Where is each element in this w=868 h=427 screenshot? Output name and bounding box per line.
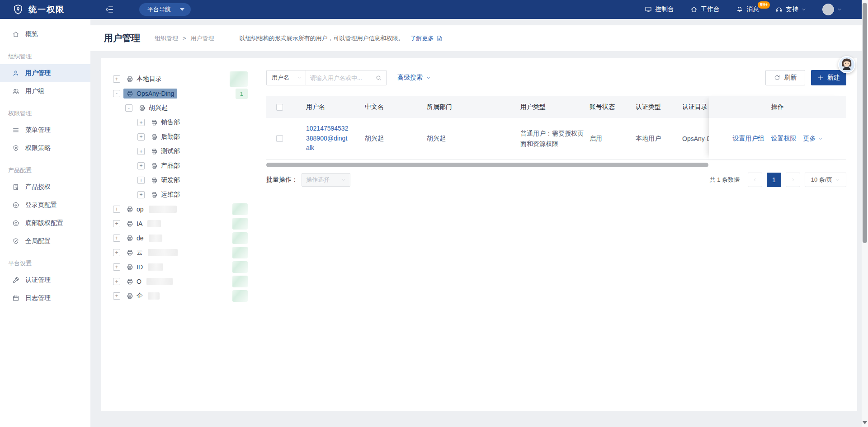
- tree-expander[interactable]: +: [113, 292, 120, 300]
- tree-node-blurred[interactable]: + de: [113, 231, 248, 245]
- nav-messages-label: 消息: [746, 5, 759, 14]
- breadcrumb-separator: >: [183, 35, 186, 42]
- tree-node-selected[interactable]: OpsAny-Ding: [123, 89, 177, 99]
- blurred-text: [149, 235, 162, 242]
- tree-expander[interactable]: +: [113, 278, 120, 285]
- sidebar-item-menu-management[interactable]: 菜单管理: [0, 121, 90, 139]
- sidebar-item-user-group[interactable]: 用户组: [0, 82, 90, 100]
- select-all-checkbox[interactable]: [276, 104, 283, 111]
- tree-node-huxingqi[interactable]: - 胡兴起: [113, 101, 248, 115]
- vertical-scrollbar[interactable]: [862, 0, 868, 427]
- tree-expander[interactable]: +: [137, 133, 145, 141]
- cell-department: 胡兴起: [427, 135, 520, 143]
- col-user-type: 用户类型: [520, 103, 590, 111]
- search-field-select[interactable]: 用户名: [266, 70, 306, 85]
- tree-node-label: 云: [137, 249, 143, 257]
- tree-node-local-dir[interactable]: + 本地目录: [113, 72, 248, 86]
- tree-expander[interactable]: +: [137, 191, 145, 198]
- sidebar-item-product-auth[interactable]: 产品授权: [0, 178, 90, 196]
- cell-cn-name: 胡兴起: [365, 135, 427, 143]
- set-user-group-link[interactable]: 设置用户组: [733, 135, 764, 143]
- sidebar-item-auth-management[interactable]: 认证管理: [0, 271, 90, 289]
- refresh-label: 刷新: [784, 74, 797, 82]
- menu-fold-icon: [105, 5, 114, 14]
- advanced-search-label: 高级搜索: [397, 74, 423, 82]
- create-button[interactable]: 新建: [811, 70, 846, 85]
- tree-expander[interactable]: +: [113, 249, 120, 256]
- learn-more-link[interactable]: 了解更多: [410, 34, 443, 42]
- sidebar-item-label: 概览: [25, 30, 38, 38]
- tree-node-sales[interactable]: + 销售部: [113, 115, 248, 130]
- batch-action-select[interactable]: 操作选择: [302, 173, 350, 187]
- tree-expander[interactable]: +: [113, 206, 120, 213]
- tree-expander[interactable]: +: [137, 148, 145, 155]
- tree-node-product[interactable]: + 产品部: [113, 159, 248, 173]
- org-icon: [151, 192, 158, 198]
- sidebar-item-permission-policy[interactable]: 权限策略: [0, 139, 90, 157]
- tree-node-ops[interactable]: + 运维部: [113, 188, 248, 202]
- nav-messages[interactable]: 消息 99+: [736, 5, 759, 14]
- tree-node-logistics[interactable]: + 后勤部: [113, 130, 248, 144]
- sidebar-item-label: 用户组: [25, 87, 44, 95]
- org-icon: [127, 264, 133, 271]
- sidebar-item-user-management[interactable]: 用户管理: [0, 64, 90, 82]
- tree-expander[interactable]: +: [137, 177, 145, 184]
- nav-console[interactable]: 控制台: [645, 5, 674, 14]
- nav-support[interactable]: 支持: [775, 5, 806, 14]
- org-icon: [139, 105, 146, 112]
- search-box: [306, 70, 387, 85]
- tree-expander[interactable]: +: [137, 119, 145, 126]
- prev-page-button[interactable]: [748, 173, 762, 187]
- tree-node-blurred[interactable]: + ID: [113, 260, 248, 274]
- tree-expander[interactable]: +: [113, 263, 120, 271]
- home-icon: [690, 6, 698, 13]
- sidebar-item-label: 登录页配置: [25, 201, 57, 209]
- scrollbar-thumb[interactable]: [863, 3, 867, 243]
- set-permission-link[interactable]: 设置权限: [771, 135, 797, 143]
- tree-node-blurred[interactable]: + IA: [113, 216, 248, 231]
- tree-node-blurred[interactable]: + 云: [113, 245, 248, 260]
- sidebar-item-overview[interactable]: 概览: [0, 25, 90, 43]
- org-icon: [151, 119, 158, 126]
- username-link[interactable]: 102147594532388900@dingtalk: [306, 124, 351, 153]
- sidebar-collapse-button[interactable]: [105, 5, 114, 14]
- user-menu[interactable]: [822, 4, 842, 15]
- tree-node-blurred[interactable]: + O: [113, 274, 248, 289]
- nav-workbench[interactable]: 工作台: [690, 5, 720, 14]
- tree-expander[interactable]: -: [125, 104, 132, 112]
- horizontal-scrollbar[interactable]: [266, 163, 708, 167]
- search-icon[interactable]: [375, 75, 382, 81]
- tree-expander[interactable]: +: [113, 220, 120, 227]
- tree-node-testing[interactable]: + 测试部: [113, 144, 248, 159]
- cell-auth-type: 本地用户: [636, 135, 682, 143]
- page-number-active[interactable]: 1: [767, 173, 781, 187]
- tree-node-blurred[interactable]: + op: [113, 202, 248, 216]
- advanced-search-link[interactable]: 高级搜索: [397, 74, 431, 82]
- tree-node-blurred[interactable]: + 企: [113, 289, 248, 303]
- tree-node-opsany-ding[interactable]: - OpsAny-Ding 1: [113, 86, 248, 101]
- next-page-button[interactable]: [786, 173, 800, 187]
- search-input[interactable]: [310, 75, 375, 81]
- page-size-select[interactable]: 10 条/页: [805, 173, 846, 187]
- sidebar-item-global-config[interactable]: 全局配置: [0, 232, 90, 250]
- tree-expander[interactable]: +: [137, 162, 145, 169]
- sidebar-item-copyright-config[interactable]: 底部版权配置: [0, 214, 90, 232]
- tree-expander[interactable]: +: [113, 75, 120, 83]
- platform-nav-dropdown[interactable]: 平台导航: [139, 3, 191, 16]
- refresh-button[interactable]: 刷新: [765, 70, 805, 85]
- messages-count-badge: 99+: [758, 1, 770, 9]
- scrollbar-down-arrow-icon[interactable]: [863, 421, 867, 424]
- more-actions-link[interactable]: 更多: [803, 135, 823, 143]
- org-icon: [127, 76, 133, 83]
- chevron-left-icon: [753, 178, 757, 182]
- tree-expander[interactable]: -: [113, 90, 120, 97]
- row-checkbox[interactable]: [276, 135, 283, 142]
- chevron-down-icon: [802, 7, 806, 12]
- sidebar-item-login-page-config[interactable]: 登录页配置: [0, 196, 90, 214]
- sidebar-item-log-management[interactable]: 日志管理: [0, 289, 90, 307]
- breadcrumb-parent[interactable]: 组织管理: [155, 34, 178, 42]
- tree-expander[interactable]: +: [113, 235, 120, 242]
- tree-node-rnd[interactable]: + 研发部: [113, 173, 248, 188]
- breadcrumb: 组织管理 > 用户管理: [155, 34, 214, 42]
- assistant-avatar[interactable]: [838, 56, 855, 73]
